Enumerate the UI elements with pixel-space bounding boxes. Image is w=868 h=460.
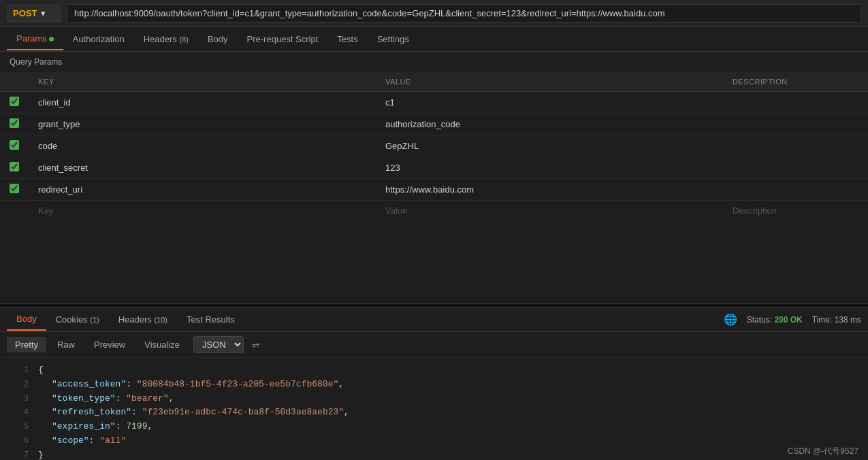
resp-headers-badge: (10) (154, 316, 167, 324)
placeholder-value-cell[interactable]: Value (376, 201, 723, 221)
line-num-3: 3 (10, 393, 29, 406)
param-key-cell[interactable]: grant_type (29, 114, 376, 135)
url-input[interactable] (67, 4, 861, 22)
resp-tab-cookies-label: Cookies (56, 314, 88, 325)
url-bar: POST ▾ (0, 0, 868, 27)
param-key-cell[interactable]: client_id (29, 92, 376, 114)
line-num-4: 4 (10, 406, 29, 419)
globe-icon: 🌐 (724, 313, 737, 326)
param-desc-cell[interactable] (723, 114, 868, 135)
format-tab-pretty[interactable]: Pretty (7, 337, 46, 352)
chevron-down-icon: ▾ (41, 8, 46, 18)
line-num-6: 6 (10, 435, 29, 448)
format-select[interactable]: JSON XML HTML Text (193, 336, 244, 353)
response-status: 🌐 Status: 200 OK Time: 138 ms (724, 313, 861, 326)
placeholder-key-cell[interactable]: Key (29, 201, 376, 221)
json-brace-close: } (38, 448, 44, 460)
tab-body-label: Body (208, 34, 228, 44)
param-checkbox[interactable] (10, 162, 19, 171)
param-key-cell[interactable]: redirect_uri (29, 179, 376, 201)
param-checkbox[interactable] (10, 118, 19, 128)
json-line-4: 4 "refresh_token": "f23eb91e-adbc-474c-b… (10, 406, 858, 420)
json-content: 1 { 2 "access_token": "80084b48-1bf5-4f2… (0, 358, 868, 460)
method-label: POST (13, 8, 37, 18)
request-tabs: Params Authorization Headers (8) Body Pr… (0, 27, 868, 52)
json-line-1: 1 { (10, 363, 858, 378)
request-section: KEY VALUE DESCRIPTION client_id c1 grant… (0, 72, 868, 303)
line-num-1: 1 (10, 364, 29, 377)
resp-tab-test-results-label: Test Results (187, 314, 235, 325)
param-checkbox[interactable] (10, 184, 19, 193)
table-header-row: KEY VALUE DESCRIPTION (0, 72, 868, 92)
tab-params[interactable]: Params (7, 28, 63, 50)
param-value-cell[interactable]: authorization_code (376, 114, 723, 135)
placeholder-desc-cell[interactable]: Description (723, 201, 868, 221)
col-value: VALUE (376, 72, 723, 92)
param-value-cell[interactable]: GepZHL (376, 135, 723, 157)
tab-authorization[interactable]: Authorization (63, 29, 134, 50)
format-tab-visualize[interactable]: Visualize (136, 337, 188, 352)
table-row: code GepZHL (0, 135, 868, 157)
params-dot (49, 37, 54, 42)
tab-params-label: Params (16, 33, 47, 44)
tab-headers-label: Headers (144, 34, 177, 44)
format-tab-preview[interactable]: Preview (86, 337, 133, 352)
line-num-7: 7 (10, 449, 29, 460)
param-key-cell[interactable]: code (29, 135, 376, 157)
tab-authorization-label: Authorization (73, 34, 125, 44)
param-checkbox[interactable] (10, 97, 19, 106)
format-tabs: Pretty Raw Preview Visualize JSON XML HT… (0, 332, 868, 358)
tab-pre-request-label: Pre-request Script (247, 34, 319, 44)
placeholder-checkbox-cell (0, 201, 29, 221)
tab-settings-label: Settings (377, 34, 409, 44)
query-params-label: Query Params (0, 52, 868, 72)
checkbox-cell[interactable] (0, 179, 29, 201)
resp-tab-cookies[interactable]: Cookies (1) (46, 309, 109, 330)
json-line-2: 2 "access_token": "80084b48-1bf5-4f23-a2… (10, 378, 858, 392)
param-desc-cell[interactable] (723, 135, 868, 157)
tab-tests-label: Tests (337, 34, 357, 44)
line-num-2: 2 (10, 378, 29, 391)
time-value: 138 ms (835, 315, 861, 325)
param-value-cell[interactable]: 123 (376, 157, 723, 179)
checkbox-cell[interactable] (0, 92, 29, 114)
param-desc-cell[interactable] (723, 179, 868, 201)
tab-pre-request[interactable]: Pre-request Script (238, 29, 328, 50)
params-table: KEY VALUE DESCRIPTION client_id c1 grant… (0, 72, 868, 221)
param-key-cell[interactable]: client_secret (29, 157, 376, 179)
time-text: Time: 138 ms (812, 315, 861, 325)
checkbox-cell[interactable] (0, 114, 29, 135)
tab-body[interactable]: Body (198, 29, 238, 50)
status-text: Status: 200 OK (747, 315, 803, 325)
method-select[interactable]: POST ▾ (7, 5, 61, 22)
col-description: DESCRIPTION (723, 72, 868, 92)
tab-tests[interactable]: Tests (327, 29, 367, 50)
param-desc-cell[interactable] (723, 92, 868, 114)
param-value-cell[interactable]: c1 (376, 92, 723, 114)
checkbox-cell[interactable] (0, 135, 29, 157)
param-desc-cell[interactable] (723, 157, 868, 179)
table-row-placeholder: Key Value Description (0, 201, 868, 221)
format-tab-raw[interactable]: Raw (49, 337, 83, 352)
checkbox-cell[interactable] (0, 157, 29, 179)
param-checkbox[interactable] (10, 140, 19, 150)
resp-tab-headers-label: Headers (118, 314, 152, 325)
cookies-badge: (1) (90, 316, 99, 324)
param-value-cell[interactable]: https://www.baidu.com (376, 179, 723, 201)
line-num-5: 5 (10, 421, 29, 433)
resp-tab-body[interactable]: Body (7, 308, 46, 331)
resp-tab-headers[interactable]: Headers (10) (109, 309, 177, 330)
tab-headers[interactable]: Headers (8) (134, 29, 198, 50)
footer: CSDN @-代号9527 (778, 443, 868, 460)
table-row: grant_type authorization_code (0, 114, 868, 135)
table-row: client_id c1 (0, 92, 868, 114)
col-key: KEY (29, 72, 376, 92)
footer-credit: CSDN @-代号9527 (788, 446, 858, 456)
filter-icon[interactable]: ⇌ (252, 340, 260, 350)
status-ok: 200 OK (774, 315, 802, 325)
tab-settings[interactable]: Settings (368, 29, 419, 50)
json-line-5: 5 "expires_in": 7199, (10, 420, 858, 434)
resp-tab-test-results[interactable]: Test Results (177, 309, 244, 330)
table-row: redirect_uri https://www.baidu.com (0, 179, 868, 201)
json-line-3: 3 "token_type": "bearer", (10, 392, 858, 406)
